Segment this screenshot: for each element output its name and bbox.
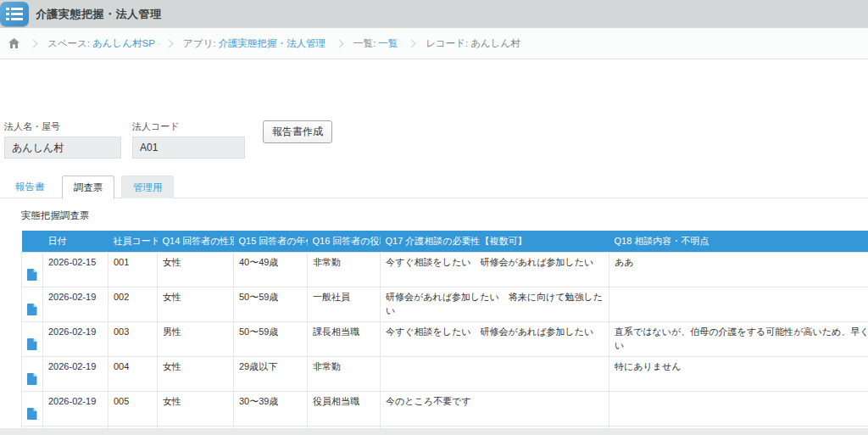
cell-q15-age: 60〜69歳 — [234, 427, 308, 429]
table-row: 2026-02-15 001 女性 40〜49歳 非常勤 今すぐ相談をしたい 研… — [22, 253, 868, 287]
breadcrumb-separator-icon — [408, 39, 416, 47]
cell-q17-need: 研修会があれば参加したい 将来に向けて勉強したい — [381, 287, 609, 322]
corp-code-label: 法人コード — [132, 120, 245, 133]
record-link-icon[interactable] — [22, 357, 43, 392]
cell-q14-gender: 女性 — [158, 392, 234, 427]
cell-date: 2026-02-15 — [43, 253, 108, 287]
corp-name-label: 法人名・屋号 — [4, 120, 121, 133]
cell-q15-age: 29歳以下 — [234, 357, 308, 392]
cell-q18-content — [609, 392, 868, 427]
header-date: 日付 — [43, 231, 108, 253]
cell-q17-need: 将来に向けて勉強したい 今のところ不要です — [381, 427, 609, 429]
field-corp-name: 法人名・屋号 あんしん村 — [4, 120, 121, 159]
app-icon — [0, 2, 29, 26]
header-q18: Q18 相談内容・不明点 — [609, 231, 868, 253]
cell-employee-code: 002 — [108, 287, 158, 322]
table-row: 2026-02-19 005 女性 30〜39歳 役員相当職 今のところ不要です — [22, 392, 868, 427]
cell-q14-gender: 男性 — [158, 427, 234, 429]
cell-date: 2026-02-19 — [43, 357, 108, 392]
cell-q15-age: 40〜49歳 — [234, 253, 308, 287]
cell-employee-code: 004 — [108, 357, 158, 392]
cell-q17-need: 今のところ不要です — [381, 392, 609, 427]
cell-date: 2026-02-19 — [43, 427, 108, 429]
header-q16: Q16 回答者の役職 — [308, 231, 381, 253]
cell-q17-need — [381, 357, 609, 392]
cell-q16-position: 課長相当職 — [308, 427, 381, 429]
cell-q16-position: 課長相当職 — [308, 322, 381, 357]
breadcrumb-record-prefix: レコード: — [426, 38, 468, 48]
record-link-icon[interactable] — [22, 287, 43, 322]
cell-q16-position: 非常勤 — [308, 357, 381, 392]
record-link-icon[interactable] — [22, 427, 43, 429]
cell-q15-age: 50〜59歳 — [234, 287, 308, 322]
cell-q17-need: 今すぐ相談をしたい 研修会があれば参加したい — [381, 253, 609, 287]
cell-q15-age: 30〜39歳 — [234, 392, 308, 427]
header-employee-code: 社員コード — [108, 231, 158, 253]
cell-q18-content — [609, 287, 868, 322]
header-icon-column — [22, 231, 43, 253]
tab-report[interactable]: 報告書 — [4, 176, 56, 198]
cell-q14-gender: 女性 — [158, 357, 234, 392]
table-row: 2026-02-19 002 女性 50〜59歳 一般社員 研修会があれば参加し… — [22, 287, 868, 322]
survey-table-header-row: 日付 社員コード Q14 回答者の性別 Q15 回答者の年代 Q16 回答者の役… — [22, 231, 868, 253]
cell-q16-position: 非常勤 — [308, 253, 381, 287]
cell-date: 2026-02-19 — [43, 322, 108, 357]
breadcrumb-space: スペース:あんしん村SP — [47, 37, 155, 50]
header-q14: Q14 回答者の性別 — [158, 231, 234, 253]
breadcrumb-list-prefix: 一覧: — [353, 38, 376, 48]
cell-q18-content: ああ — [609, 253, 868, 287]
corp-code-value: A01 — [132, 137, 245, 159]
breadcrumb-app-link[interactable]: 介護実態把握・法人管理 — [218, 38, 326, 48]
tab-admin[interactable]: 管理用 — [121, 176, 175, 198]
tab-bar: 報告書 調査票 管理用 — [0, 175, 868, 198]
field-corp-code: 法人コード A01 — [132, 120, 245, 159]
tab-survey[interactable]: 調査票 — [62, 176, 115, 199]
table-row: 2026-02-19 004 女性 29歳以下 非常勤 特にありません — [22, 357, 868, 392]
cell-q14-gender: 男性 — [158, 322, 234, 357]
survey-table: 日付 社員コード Q14 回答者の性別 Q15 回答者の年代 Q16 回答者の役… — [21, 231, 868, 428]
record-link-icon[interactable] — [22, 253, 43, 287]
cell-employee-code: 005 — [108, 392, 158, 427]
home-icon[interactable] — [8, 38, 19, 48]
breadcrumb-record: レコード:あんしん村 — [426, 37, 520, 50]
cell-q18-content: 直系ではないが、伯母の介護をする可能性が高いため、早く相談したい — [609, 322, 868, 357]
table-row: 2026-02-19 006 男性 60〜69歳 課長相当職 将来に向けて勉強し… — [22, 427, 868, 429]
cell-q18-content: 周囲にはいないが、今後のために勉強しておきたい。 特に信頼できるケアマネージャの… — [609, 427, 868, 429]
cell-date: 2026-02-19 — [43, 287, 108, 322]
record-link-icon[interactable] — [22, 392, 43, 427]
cell-q16-position: 一般社員 — [308, 287, 381, 322]
page-title: 介護実態把握・法人管理 — [36, 7, 162, 22]
create-report-button[interactable]: 報告書作成 — [263, 120, 332, 143]
breadcrumb-separator-icon — [336, 39, 344, 47]
header-q17: Q17 介護相談の必要性【複数可】 — [381, 231, 609, 253]
breadcrumb-space-prefix: スペース: — [47, 38, 90, 48]
cell-employee-code: 003 — [108, 322, 158, 357]
cell-date: 2026-02-19 — [43, 392, 108, 427]
breadcrumb-app: アプリ:介護実態把握・法人管理 — [183, 37, 326, 50]
corp-name-value: あんしん村 — [4, 137, 121, 159]
breadcrumb-separator-icon — [164, 39, 173, 47]
record-form: 法人名・屋号 あんしん村 法人コード A01 報告書作成 — [0, 120, 868, 159]
breadcrumb-app-prefix: アプリ: — [183, 38, 216, 48]
table-row: 2026-02-19 003 男性 50〜59歳 課長相当職 今すぐ相談をしたい… — [22, 322, 868, 357]
breadcrumb-list: 一覧:一覧 — [353, 37, 398, 50]
list-icon — [6, 7, 23, 21]
survey-panel: 実態把握調査票 日付 社員コード Q14 回答者の性別 Q15 回答者の年代 Q… — [0, 198, 868, 428]
breadcrumb-separator-icon — [30, 39, 38, 47]
survey-section-title: 実態把握調査票 — [21, 209, 868, 222]
cell-employee-code: 006 — [108, 427, 158, 429]
breadcrumb: スペース:あんしん村SP アプリ:介護実態把握・法人管理 一覧:一覧 レコード:… — [0, 28, 868, 59]
breadcrumb-space-link[interactable]: あんしん村SP — [92, 38, 155, 48]
record-link-icon[interactable] — [22, 322, 43, 357]
breadcrumb-list-link[interactable]: 一覧 — [378, 38, 398, 48]
header-q15: Q15 回答者の年代 — [234, 231, 308, 253]
page: 介護実態把握・法人管理 スペース:あんしん村SP アプリ:介護実態把握・法人管理… — [0, 0, 868, 428]
cell-q15-age: 50〜59歳 — [234, 322, 308, 357]
breadcrumb-record-label: あんしん村 — [470, 38, 520, 48]
cell-q14-gender: 女性 — [158, 253, 234, 287]
cell-q16-position: 役員相当職 — [308, 392, 381, 427]
cell-employee-code: 001 — [108, 253, 158, 287]
cell-q14-gender: 女性 — [158, 287, 234, 322]
cell-q17-need: 今すぐ相談をしたい 研修会があれば参加したい — [381, 322, 609, 357]
cell-q18-content: 特にありません — [609, 357, 868, 392]
